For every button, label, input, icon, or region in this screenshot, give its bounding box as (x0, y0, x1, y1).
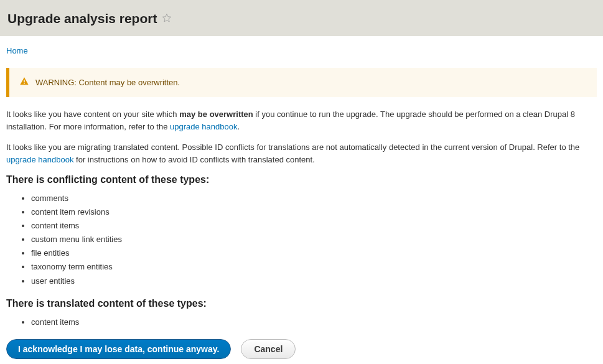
conflicting-list: comments content item revisions content … (6, 192, 597, 288)
list-item: user entities (31, 274, 597, 288)
text: It looks like you have content on your s… (6, 110, 179, 119)
page-content: Home WARNING: Content may be overwritten… (0, 36, 603, 364)
text-strong: may be overwritten (179, 110, 253, 119)
cancel-button[interactable]: Cancel (241, 339, 296, 359)
upgrade-handbook-link[interactable]: upgrade handbook (6, 155, 73, 164)
list-item: taxonomy term entities (31, 260, 597, 274)
breadcrumb-home-link[interactable]: Home (6, 46, 28, 55)
translated-heading: There is translated content of these typ… (6, 298, 597, 309)
page-header: Upgrade analysis report (0, 0, 603, 36)
text: for instructions on how to avoid ID conf… (73, 155, 314, 164)
page-title: Upgrade analysis report (7, 11, 596, 26)
paragraph-overwrite-warning: It looks like you have content on your s… (6, 108, 597, 133)
translated-list: content items (6, 315, 597, 329)
svg-rect-2 (24, 83, 24, 84)
list-item: content item revisions (31, 205, 597, 219)
warning-icon (19, 77, 29, 88)
svg-rect-1 (24, 80, 24, 82)
list-item: comments (31, 192, 597, 205)
text: . (237, 122, 240, 131)
paragraph-translated-warning: It looks like you are migrating translat… (6, 141, 597, 166)
page-title-text: Upgrade analysis report (7, 11, 157, 26)
list-item: content items (31, 315, 597, 329)
list-item: file entities (31, 246, 597, 260)
list-item: custom menu link entities (31, 233, 597, 246)
warning-message: WARNING: Content may be overwritten. (6, 68, 597, 97)
breadcrumb: Home (6, 42, 597, 55)
acknowledge-button[interactable]: I acknowledge I may lose data, continue … (6, 339, 231, 359)
upgrade-handbook-link[interactable]: upgrade handbook (170, 122, 237, 131)
star-icon[interactable] (162, 11, 172, 26)
list-item: content items (31, 219, 597, 233)
text: It looks like you are migrating translat… (6, 142, 579, 152)
form-actions: I acknowledge I may lose data, continue … (6, 339, 597, 359)
svg-marker-0 (163, 14, 171, 22)
warning-text: WARNING: Content may be overwritten. (35, 78, 180, 87)
conflicting-heading: There is conflicting content of these ty… (6, 174, 597, 185)
